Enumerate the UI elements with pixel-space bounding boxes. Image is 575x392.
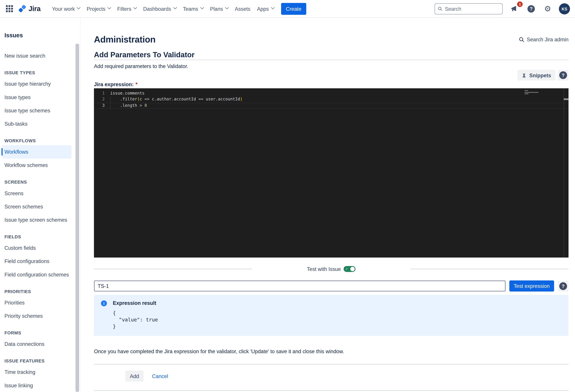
nav-item-apps[interactable]: Apps — [254, 3, 277, 15]
settings-button[interactable]: ⚙ — [543, 3, 553, 14]
nav-item-plans[interactable]: Plans — [207, 3, 231, 15]
sidebar-item-sub-tasks[interactable]: Sub-tasks — [0, 117, 80, 130]
sidebar-item-field-configuration-schemes[interactable]: Field configuration schemes — [0, 268, 80, 281]
test-with-issue-label: Test with Issue — [307, 266, 341, 272]
sidebar-group: New issue search — [0, 49, 80, 63]
sidebar-scrollbar[interactable] — [75, 44, 79, 392]
test-expression-help-button[interactable]: ? — [558, 281, 569, 291]
sidebar-group: WORKFLOWSWorkflowsWorkflow schemes — [0, 138, 80, 172]
sidebar-item-new-issue-search[interactable]: New issue search — [0, 49, 80, 63]
nav-item-teams[interactable]: Teams — [180, 3, 207, 15]
toggle-knob — [350, 267, 355, 271]
chevron-down-icon — [133, 5, 137, 9]
sidebar-item-issue-types[interactable]: Issue types — [0, 90, 80, 104]
notification-badge: 1 — [517, 1, 523, 7]
sidebar-section-header: SCREENS — [0, 179, 80, 185]
sidebar-group: SCREENSScreensScreen schemesIssue type s… — [0, 179, 80, 227]
line-number: 3 — [94, 103, 110, 109]
main-content: Administration Search Jira admin Add Par… — [81, 18, 575, 392]
sidebar-section-header: FORMS — [0, 330, 80, 336]
minimap-line — [525, 92, 539, 92]
snippets-help-button[interactable]: ? — [558, 70, 569, 81]
jira-logo[interactable]: Jira — [18, 4, 41, 13]
sidebar-item-workflow-schemes[interactable]: Workflow schemes — [0, 158, 80, 172]
nav-item-dashboards[interactable]: Dashboards — [140, 3, 180, 15]
help-icon: ? — [527, 5, 535, 12]
global-search-input[interactable] — [445, 6, 499, 12]
sidebar-group: ISSUE FEATURESTime trackingIssue linking — [0, 358, 80, 392]
divider — [94, 364, 569, 365]
sidebar-item-issue-type-hierarchy[interactable]: Issue type hierarchy — [0, 77, 80, 90]
editor-scrollbar-thumb[interactable] — [564, 98, 569, 100]
editor-minimap — [525, 90, 563, 95]
issue-key-input[interactable] — [94, 281, 505, 292]
editor-scrollbar[interactable] — [564, 88, 569, 258]
sidebar-item-priority-schemes[interactable]: Priority schemes — [0, 309, 80, 323]
top-nav: Jira Your workProjectsFiltersDashboardsT… — [0, 0, 575, 18]
primary-nav: Your workProjectsFiltersDashboardsTeamsP… — [49, 3, 277, 15]
app-grid-icon — [6, 5, 13, 12]
editor-code-lines: 1issue.comments2 .filter(c => c.author.a… — [94, 88, 569, 109]
sidebar-title: Issues — [4, 32, 80, 39]
sidebar-item-issue-type-screen-schemes[interactable]: Issue type screen schemes — [0, 213, 80, 226]
expression-result-json: { "value": true } — [113, 310, 563, 330]
sidebar-item-screen-schemes[interactable]: Screen schemes — [0, 200, 80, 213]
sidebar-item-workflows[interactable]: Workflows — [2, 145, 72, 158]
user-avatar[interactable]: KS — [559, 3, 570, 14]
sidebar-item-issue-linking[interactable]: Issue linking — [0, 379, 80, 392]
sidebar-item-screens[interactable]: Screens — [0, 187, 80, 200]
sidebar-group: FORMSData connections — [0, 330, 80, 351]
sidebar-item-time-tracking[interactable]: Time tracking — [0, 366, 80, 379]
notifications-button[interactable]: 1 — [509, 3, 520, 14]
check-icon: ✓ — [345, 266, 348, 272]
snippets-button[interactable]: ✂ Snippets — [518, 70, 555, 81]
sidebar: Issues New issue searchISSUE TYPESIssue … — [0, 18, 81, 392]
app-switcher-button[interactable] — [4, 4, 14, 14]
chevron-down-icon — [77, 5, 80, 9]
sidebar-section-header: ISSUE TYPES — [0, 70, 80, 76]
jira-expression-label: Jira expression: * — [94, 81, 569, 87]
minimap-line — [525, 90, 528, 91]
test-with-issue-toggle[interactable]: ✓ — [344, 266, 356, 272]
test-expression-button[interactable]: Test expression — [509, 281, 554, 292]
sidebar-group: ISSUE TYPESIssue type hierarchyIssue typ… — [0, 70, 80, 131]
sidebar-item-data-connections[interactable]: Data connections — [0, 337, 80, 351]
divider — [411, 269, 569, 269]
search-icon — [519, 37, 524, 42]
chevron-down-icon — [225, 5, 229, 9]
chevron-down-icon — [173, 5, 177, 9]
jira-expression-editor[interactable]: 1issue.comments2 .filter(c => c.author.a… — [94, 88, 569, 258]
code-text: .length > 0 — [110, 103, 147, 109]
nav-item-your-work[interactable]: Your work — [49, 3, 83, 15]
sidebar-item-custom-fields[interactable]: Custom fields — [0, 241, 80, 255]
nav-item-filters[interactable]: Filters — [114, 3, 140, 15]
test-with-issue-row: Test with Issue ✓ — [94, 266, 569, 272]
search-jira-admin-link[interactable]: Search Jira admin — [519, 37, 568, 43]
nav-item-projects[interactable]: Projects — [83, 3, 114, 15]
chevron-down-icon — [107, 5, 111, 9]
page-title: Administration — [94, 34, 156, 45]
sidebar-item-issue-type-schemes[interactable]: Issue type schemes — [0, 104, 80, 117]
divider — [94, 390, 569, 391]
sidebar-group: PRIORITIESPrioritiesPriority schemes — [0, 288, 80, 323]
add-button[interactable]: Add — [125, 371, 144, 382]
footer-note: Once you have completed the Jira express… — [94, 348, 569, 354]
section-title: Add Parameters To Validator — [94, 50, 569, 60]
cancel-link[interactable]: Cancel — [152, 373, 168, 379]
sidebar-item-priorities[interactable]: Priorities — [0, 296, 80, 309]
help-icon: ? — [559, 282, 567, 290]
sidebar-item-field-configurations[interactable]: Field configurations — [0, 255, 80, 268]
gear-icon: ⚙ — [544, 5, 551, 13]
jira-logo-text: Jira — [28, 5, 41, 13]
expression-result-title: Expression result — [113, 300, 563, 306]
create-button[interactable]: Create — [281, 3, 306, 15]
sidebar-section-header: WORKFLOWS — [0, 138, 80, 144]
nav-item-assets[interactable]: Assets — [232, 3, 254, 15]
section-description: Add required parameters to the Validator… — [94, 63, 569, 69]
global-search[interactable] — [435, 3, 503, 14]
help-button[interactable]: ? — [526, 3, 536, 14]
megaphone-icon — [510, 5, 518, 13]
code-line: 2 .filter(c => c.author.accountId == use… — [94, 97, 569, 103]
code-text: .filter(c => c.author.accountId == user.… — [110, 97, 243, 103]
line-number: 1 — [94, 90, 110, 97]
